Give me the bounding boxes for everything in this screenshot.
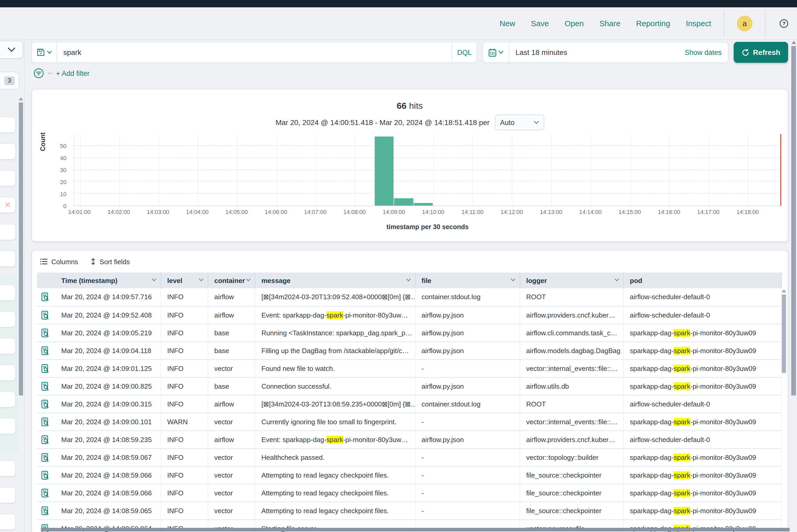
table-row[interactable]: Mar 20, 2024 @ 14:09:01.125 INFO vector … xyxy=(37,359,781,377)
table-row[interactable]: Mar 20, 2024 @ 14:09:57.716 INFO airflow… xyxy=(37,288,781,306)
query-language-button[interactable]: DQL xyxy=(451,42,477,62)
nav-save[interactable]: Save xyxy=(531,19,549,28)
table-row[interactable]: Mar 20, 2024 @ 14:08:59.066 INFO vector … xyxy=(37,466,781,484)
date-picker: Last 18 minutes Show dates xyxy=(482,42,728,63)
scroll-up-arrow-icon[interactable] xyxy=(792,41,796,44)
table-row[interactable]: Mar 20, 2024 @ 14:09:05.219 INFO base Ru… xyxy=(37,324,781,342)
field-card[interactable] xyxy=(0,514,16,530)
field-card[interactable]: ✕ xyxy=(0,197,16,213)
cell-file: - xyxy=(415,359,520,377)
horizontal-scrollbar-thumb[interactable] xyxy=(41,528,790,531)
table-row[interactable]: Mar 20, 2024 @ 14:09:52.408 INFO airflow… xyxy=(37,306,781,324)
table-row[interactable]: Mar 20, 2024 @ 14:09:00.101 WARN vector … xyxy=(37,413,781,431)
expand-document-icon[interactable] xyxy=(41,382,55,391)
column-header-pod[interactable]: pod xyxy=(623,272,781,288)
cell-pod: airflow-scheduler-default-0 xyxy=(623,306,781,324)
field-count-badge-box[interactable]: 3 xyxy=(0,72,19,90)
add-filter-button[interactable]: + Add filter xyxy=(56,69,90,77)
column-header-logger[interactable]: logger xyxy=(520,272,623,288)
expand-document-icon[interactable] xyxy=(41,310,55,319)
columns-button[interactable]: Columns xyxy=(40,258,78,265)
chevron-down-icon[interactable] xyxy=(614,278,619,281)
scroll-up-arrow-icon[interactable] xyxy=(19,97,23,100)
window-scrollbar[interactable] xyxy=(791,40,796,532)
expand-document-icon[interactable] xyxy=(41,399,55,408)
nav-reporting[interactable]: Reporting xyxy=(636,19,670,28)
quick-select-menu-button[interactable] xyxy=(483,42,509,62)
column-header-level[interactable]: level xyxy=(161,272,208,288)
nav-share[interactable]: Share xyxy=(599,19,620,28)
chevron-down-icon[interactable] xyxy=(199,278,203,281)
help-icon[interactable]: ? xyxy=(778,18,790,29)
expand-document-icon[interactable] xyxy=(41,364,55,373)
table-row[interactable]: Mar 20, 2024 @ 14:08:59.067 INFO vector … xyxy=(37,448,781,466)
time-range-value[interactable]: Last 18 minutes xyxy=(509,48,685,57)
table-row[interactable]: Mar 20, 2024 @ 14:08:59.066 INFO vector … xyxy=(37,484,781,502)
filter-icon[interactable] xyxy=(34,68,44,78)
cell-level: WARN xyxy=(161,413,208,431)
cell-file: - xyxy=(415,502,520,519)
column-header-container[interactable]: container xyxy=(208,272,255,288)
column-header-file[interactable]: file xyxy=(415,272,520,288)
chevron-down-icon[interactable] xyxy=(246,278,251,281)
field-card[interactable] xyxy=(0,251,16,267)
table-row[interactable]: Mar 20, 2024 @ 14:09:00.315 INFO airflow… xyxy=(37,395,781,413)
expand-document-icon[interactable] xyxy=(41,453,55,462)
show-dates-link[interactable]: Show dates xyxy=(685,49,728,56)
refresh-button[interactable]: Refresh xyxy=(734,42,788,63)
table-scrollbar[interactable] xyxy=(782,289,786,425)
field-card[interactable] xyxy=(0,143,16,159)
sidebar-collapse-button[interactable] xyxy=(0,41,23,59)
expand-document-icon[interactable] xyxy=(41,293,55,302)
search-input[interactable]: spark xyxy=(57,48,451,57)
scrollbar-thumb[interactable] xyxy=(19,102,23,396)
expand-document-icon[interactable] xyxy=(41,435,55,444)
sidebar-scrollbar[interactable] xyxy=(19,97,23,529)
scrollbar-thumb[interactable] xyxy=(782,294,786,373)
expand-document-icon[interactable] xyxy=(41,328,55,337)
column-header-time-timestamp-[interactable]: Time (timestamp) xyxy=(55,272,161,288)
chevron-down-icon[interactable] xyxy=(511,278,515,281)
cell-message: Connection successful. xyxy=(255,377,415,395)
field-card[interactable] xyxy=(0,487,16,503)
histogram-bar[interactable] xyxy=(374,136,393,206)
table-row[interactable]: Mar 20, 2024 @ 14:09:00.825 INFO base Co… xyxy=(37,377,781,395)
field-card[interactable] xyxy=(0,170,16,186)
field-card[interactable] xyxy=(0,338,16,354)
field-card[interactable] xyxy=(0,117,16,133)
histogram-plot[interactable] xyxy=(74,134,781,206)
field-card[interactable] xyxy=(0,391,16,407)
expand-document-icon[interactable] xyxy=(41,471,55,479)
avatar[interactable]: a xyxy=(737,15,753,31)
expand-document-icon[interactable] xyxy=(41,346,55,355)
interval-select[interactable]: Auto xyxy=(495,115,544,130)
expand-document-icon[interactable] xyxy=(41,417,55,426)
chevron-down-icon[interactable] xyxy=(151,278,156,281)
histogram-bar[interactable] xyxy=(394,198,413,206)
saved-query-menu-button[interactable] xyxy=(32,42,57,62)
sort-fields-button[interactable]: Sort fields xyxy=(91,258,130,265)
scrollbar-thumb[interactable] xyxy=(791,46,796,396)
column-header-message[interactable]: message xyxy=(255,272,415,288)
table-row[interactable]: Mar 20, 2024 @ 14:08:59.235 INFO airflow… xyxy=(37,431,781,448)
field-card[interactable] xyxy=(0,224,16,240)
close-icon[interactable]: ✕ xyxy=(4,200,11,209)
histogram-bar[interactable] xyxy=(414,203,433,206)
table-row[interactable]: Mar 20, 2024 @ 14:09:04.118 INFO base Fi… xyxy=(37,342,781,359)
nav-inspect[interactable]: Inspect xyxy=(686,19,711,28)
scroll-up-arrow-icon[interactable] xyxy=(782,289,786,292)
field-card[interactable] xyxy=(0,365,16,381)
expand-document-icon[interactable] xyxy=(41,488,55,497)
field-card[interactable] xyxy=(0,460,16,477)
expand-document-icon[interactable] xyxy=(41,506,55,515)
field-card[interactable] xyxy=(0,311,16,327)
x-tick-label: 14:01:00 xyxy=(68,209,91,215)
nav-new[interactable]: New xyxy=(500,19,515,28)
table-row[interactable]: Mar 20, 2024 @ 14:08:59.065 INFO vector … xyxy=(37,502,781,519)
cell-pod: airflow-scheduler-default-0 xyxy=(623,288,781,306)
field-card[interactable] xyxy=(0,418,16,434)
nav-open[interactable]: Open xyxy=(564,19,584,28)
chevron-down-icon[interactable] xyxy=(406,278,410,281)
cell-logger: airflow.providers.cncf.kuber… xyxy=(520,431,623,448)
field-card[interactable] xyxy=(0,285,16,301)
